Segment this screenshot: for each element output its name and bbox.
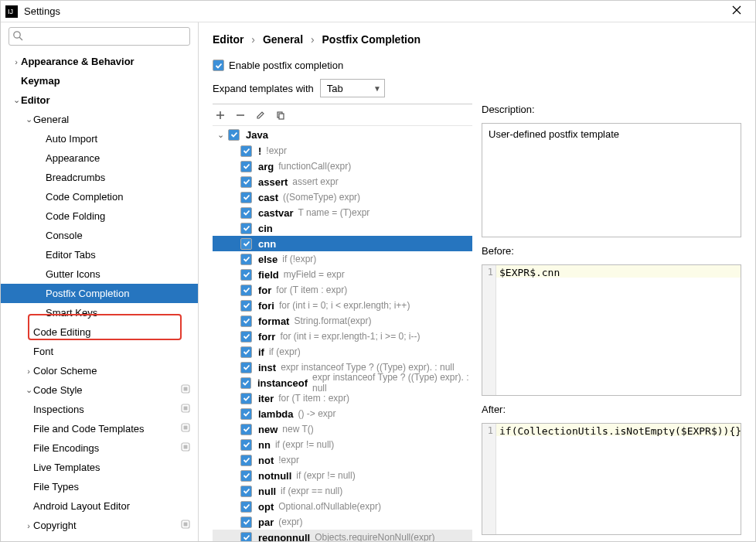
template-item-if[interactable]: ifif (expr) xyxy=(213,344,472,360)
tree-node-appearance-behavior[interactable]: ›Appearance & Behavior xyxy=(1,52,198,71)
tree-node-file-types[interactable]: File Types xyxy=(1,477,198,496)
template-item-reqnonnull[interactable]: reqnonnullObjects.requireNonNull(expr) xyxy=(213,530,472,541)
template-checkbox[interactable] xyxy=(240,346,252,358)
enable-postfix-checkbox[interactable] xyxy=(213,60,224,71)
template-item-castvar[interactable]: castvarT name = (T)expr xyxy=(213,205,472,220)
template-desc: for (T item : expr) xyxy=(276,285,347,295)
template-checkbox[interactable] xyxy=(240,161,252,172)
template-item-cnn[interactable]: cnn xyxy=(213,236,472,251)
remove-template-button[interactable] xyxy=(236,111,245,120)
template-checkbox[interactable] xyxy=(240,516,252,528)
template-item-for[interactable]: forfor (T item : expr) xyxy=(213,282,472,298)
template-checkbox[interactable] xyxy=(240,331,252,343)
expand-with-label: Expand templates with xyxy=(213,83,314,94)
template-lang-java[interactable]: ⌄Java xyxy=(213,126,472,143)
template-checkbox[interactable] xyxy=(240,439,252,451)
template-item-par[interactable]: par(expr) xyxy=(213,514,472,530)
template-checkbox[interactable] xyxy=(240,470,252,482)
template-item-not[interactable]: not!expr xyxy=(213,452,472,468)
template-item-format[interactable]: formatString.format(expr) xyxy=(213,313,472,329)
template-checkbox[interactable] xyxy=(240,377,251,389)
template-checkbox[interactable] xyxy=(240,315,252,327)
template-item-forr[interactable]: forrfor (int i = expr.length-1; i >= 0; … xyxy=(213,329,472,344)
template-checkbox[interactable] xyxy=(240,207,252,219)
breadcrumb-editor[interactable]: Editor xyxy=(213,33,243,46)
template-item-assert[interactable]: assertassert expr xyxy=(213,174,472,189)
settings-search-input[interactable] xyxy=(9,27,190,46)
tree-node-console[interactable]: Console xyxy=(1,226,198,245)
tree-node-code-style[interactable]: ⌄Code Style xyxy=(1,380,198,400)
template-checkbox[interactable] xyxy=(240,238,252,250)
template-checkbox[interactable] xyxy=(240,501,252,513)
template-checkbox[interactable] xyxy=(240,176,252,188)
tree-node-copyright[interactable]: ›Copyright xyxy=(1,516,198,535)
template-item-fori[interactable]: forifor (int i = 0; i < expr.length; i++… xyxy=(213,298,472,313)
expand-with-select[interactable]: Tab ▼ xyxy=(320,79,385,97)
template-checkbox[interactable] xyxy=(240,285,252,296)
tree-node-auto-import[interactable]: Auto Import xyxy=(1,129,198,148)
tree-node-editor-tabs[interactable]: Editor Tabs xyxy=(1,245,198,264)
template-item-instanceof[interactable]: instanceofexpr instanceof Type ? ((Type)… xyxy=(213,375,472,390)
template-checkbox[interactable] xyxy=(240,532,252,542)
tree-node-general[interactable]: ⌄General xyxy=(1,110,198,129)
template-item-new[interactable]: newnew T() xyxy=(213,421,472,437)
tree-node-editor[interactable]: ⌄Editor xyxy=(1,90,198,110)
add-template-button[interactable] xyxy=(216,111,225,120)
tree-node-color-scheme[interactable]: ›Color Scheme xyxy=(1,361,198,380)
tree-node-keymap[interactable]: Keymap xyxy=(1,71,198,90)
template-item-arg[interactable]: argfunctionCall(expr) xyxy=(213,159,472,174)
template-checkbox[interactable] xyxy=(240,486,252,497)
tree-node-android-layout-editor[interactable]: Android Layout Editor xyxy=(1,496,198,516)
template-checkbox[interactable] xyxy=(240,424,252,435)
template-checkbox[interactable] xyxy=(240,300,252,312)
edit-template-button[interactable] xyxy=(256,111,265,120)
template-item-nn[interactable]: nnif (expr != null) xyxy=(213,437,472,452)
tree-node-font[interactable]: Font xyxy=(1,342,198,361)
tree-node-gutter-icons[interactable]: Gutter Icons xyxy=(1,264,198,284)
tree-node-breadcrumbs[interactable]: Breadcrumbs xyxy=(1,168,198,187)
template-item-[interactable]: !!expr xyxy=(213,143,472,159)
tree-node-file-and-code-templates[interactable]: File and Code Templates xyxy=(1,419,198,438)
template-key: cin xyxy=(258,223,273,234)
tree-node-appearance[interactable]: Appearance xyxy=(1,148,198,168)
tree-node-smart-keys[interactable]: Smart Keys xyxy=(1,303,198,322)
template-item-notnull[interactable]: notnullif (expr != null) xyxy=(213,468,472,483)
settings-tree[interactable]: ›Appearance & Behavior Keymap⌄Editor⌄Gen… xyxy=(1,50,198,541)
tree-node-label: Editor Tabs xyxy=(46,249,96,261)
tree-node-label: File Encodings xyxy=(33,442,99,454)
template-checkbox[interactable] xyxy=(240,223,252,234)
tree-node-code-editing[interactable]: Code Editing xyxy=(1,322,198,342)
template-item-cast[interactable]: cast((SomeType) expr) xyxy=(213,189,472,205)
template-item-opt[interactable]: optOptional.ofNullable(expr) xyxy=(213,499,472,514)
template-list[interactable]: ⌄Java!!exprargfunctionCall(expr)assertas… xyxy=(213,126,472,541)
template-key: opt xyxy=(258,501,274,513)
tree-node-inspections[interactable]: Inspections xyxy=(1,400,198,419)
template-key: nn xyxy=(258,439,271,451)
template-key: arg xyxy=(258,161,274,172)
tree-node-code-completion[interactable]: Code Completion xyxy=(1,187,198,206)
template-item-null[interactable]: nullif (expr == null) xyxy=(213,483,472,499)
breadcrumb-general[interactable]: General xyxy=(263,33,303,46)
template-item-field[interactable]: fieldmyField = expr xyxy=(213,267,472,282)
template-checkbox[interactable] xyxy=(240,408,252,420)
template-checkbox[interactable] xyxy=(240,269,252,281)
tree-node-postfix-completion[interactable]: Postfix Completion xyxy=(1,284,198,303)
template-item-lambda[interactable]: lambda() -> expr xyxy=(213,406,472,421)
template-item-else[interactable]: elseif (!expr) xyxy=(213,251,472,267)
tree-node-label: Font xyxy=(33,346,53,357)
template-item-cin[interactable]: cin xyxy=(213,220,472,236)
close-button[interactable] xyxy=(723,5,751,17)
lang-checkbox[interactable] xyxy=(228,129,240,141)
tree-node-live-templates[interactable]: Live Templates xyxy=(1,458,198,477)
template-checkbox[interactable] xyxy=(240,254,252,265)
template-checkbox[interactable] xyxy=(240,192,252,203)
template-checkbox[interactable] xyxy=(240,393,252,404)
template-checkbox[interactable] xyxy=(240,455,252,466)
tree-node-code-folding[interactable]: Code Folding xyxy=(1,206,198,226)
copy-template-button[interactable] xyxy=(276,111,285,120)
tree-node-label: Android Layout Editor xyxy=(33,500,130,512)
template-checkbox[interactable] xyxy=(240,145,252,157)
template-checkbox[interactable] xyxy=(240,362,252,373)
tree-node-file-encodings[interactable]: File Encodings xyxy=(1,438,198,458)
settings-search[interactable] xyxy=(9,27,190,46)
